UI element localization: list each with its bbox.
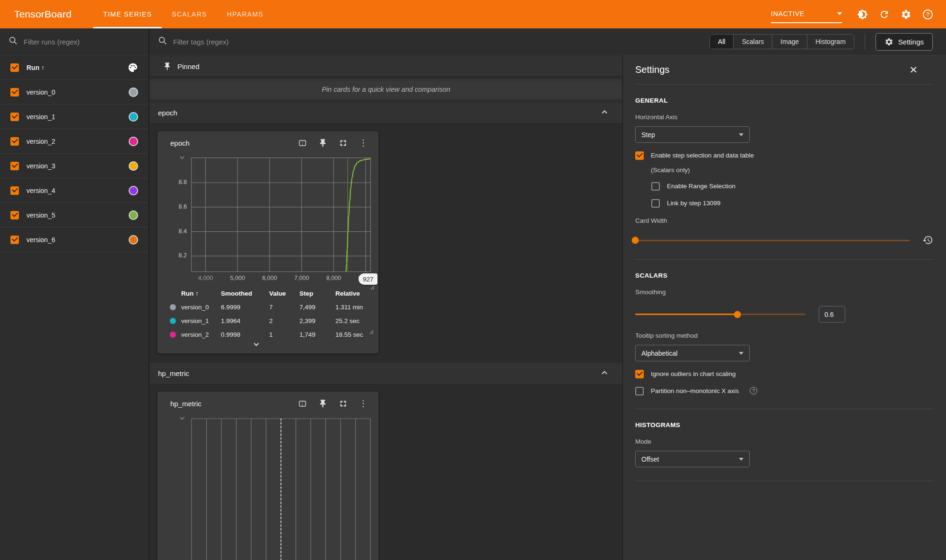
chevron-down-icon[interactable] <box>179 154 185 162</box>
epoch-chart[interactable]: 8.88.68.48.2 4,0005,0006,0007,0008,0009,… <box>158 155 378 286</box>
checkbox-unchecked[interactable] <box>651 199 660 208</box>
table-cell: version_1 <box>181 314 221 328</box>
tag-filter-all[interactable]: All <box>710 35 734 49</box>
refresh-icon[interactable] <box>878 8 890 20</box>
section-header-epoch[interactable]: epoch <box>149 102 622 124</box>
reload-status-dropdown[interactable]: INACTIVE <box>771 5 842 23</box>
select-all-runs-checkbox[interactable] <box>10 63 19 72</box>
smoothing-slider-row: 0.6 <box>635 306 934 323</box>
checkbox-checked[interactable] <box>635 151 644 160</box>
link-by-step-checkbox-row[interactable]: Link by step 13099 <box>651 199 934 208</box>
ignore-outliers-checkbox-row[interactable]: Ignore outliers in chart scaling <box>635 370 934 378</box>
smoothing-value-input[interactable]: 0.6 <box>819 306 845 323</box>
hp-metric-chart[interactable] <box>158 415 378 560</box>
tensorboard-app: TensorBoard TIME SERIES SCALARS HPARAMS … <box>0 0 946 560</box>
tab-time-series[interactable]: TIME SERIES <box>93 0 162 28</box>
help-icon[interactable]: ? <box>750 387 757 394</box>
range-selection-checkbox-row[interactable]: Enable Range Selection <box>651 182 934 191</box>
run-row-version_6[interactable]: version_6 <box>0 228 149 252</box>
fullscreen-icon[interactable] <box>338 399 348 408</box>
value-header[interactable]: Value <box>269 286 299 300</box>
run-checkbox[interactable] <box>10 211 19 219</box>
run-checkbox[interactable] <box>10 162 19 170</box>
x-tick-label: 8,000 <box>326 275 341 281</box>
histogram-mode-select[interactable]: Offset <box>635 451 750 467</box>
smoothing-slider[interactable] <box>635 314 806 315</box>
tab-hparams[interactable]: HPARAMS <box>217 0 273 28</box>
divider <box>865 33 865 50</box>
chevron-down-icon <box>739 352 744 355</box>
table-cell: 1.9964 <box>221 314 269 328</box>
tab-scalars[interactable]: SCALARS <box>162 0 217 28</box>
step-header[interactable]: Step <box>299 286 335 300</box>
filter-runs-input[interactable] <box>24 38 149 46</box>
chevron-up-icon[interactable] <box>601 108 608 118</box>
slider-thumb[interactable] <box>632 237 639 244</box>
svg-text:?: ? <box>926 11 929 18</box>
help-icon[interactable]: ? <box>921 8 934 20</box>
run-row-version_1[interactable]: version_1 <box>0 105 149 129</box>
close-icon[interactable]: ✕ <box>909 64 918 76</box>
gear-icon[interactable] <box>900 8 912 20</box>
run-row-version_3[interactable]: version_3 <box>0 154 149 178</box>
card-actions: ⋮ <box>298 138 368 148</box>
run-row-version_0[interactable]: version_0 <box>0 80 149 105</box>
run-checkbox[interactable] <box>10 137 19 146</box>
filter-tags-input[interactable] <box>173 38 315 46</box>
runs-sidebar: Run ↑ version_0version_1version_2version… <box>0 55 149 560</box>
hp-plot-svg[interactable] <box>191 418 371 560</box>
horizontal-axis-select[interactable]: Step <box>635 126 750 143</box>
expand-table-chevron-icon[interactable] <box>252 340 261 350</box>
run-color-dot <box>170 304 176 310</box>
run-checkbox[interactable] <box>10 88 19 96</box>
brightness-icon[interactable] <box>856 8 868 20</box>
chevron-up-icon[interactable] <box>601 369 608 378</box>
resize-grip-icon[interactable] <box>368 328 374 336</box>
slider-thumb[interactable] <box>734 311 741 318</box>
fullscreen-icon[interactable] <box>338 138 348 148</box>
run-name: version_5 <box>26 211 55 219</box>
section-header-hp-metric[interactable]: hp_metric <box>149 363 622 385</box>
run-color-dot <box>129 186 138 195</box>
settings-panel: Settings ✕ GENERAL Horizontal Axis Step … <box>622 55 946 560</box>
tag-filter-image[interactable]: Image <box>772 35 807 49</box>
checkbox-unchecked[interactable] <box>651 182 660 191</box>
pin-icon[interactable] <box>318 399 327 408</box>
tag-filter-scalars[interactable]: Scalars <box>734 35 772 49</box>
step-selector-fob[interactable]: 927 <box>359 273 377 285</box>
run-color-dot <box>170 318 176 324</box>
run-checkbox[interactable] <box>10 236 19 244</box>
run-column-label[interactable]: Run ↑ <box>26 64 44 71</box>
step-selection-checkbox-row[interactable]: Enable step selection and data table <box>635 151 934 160</box>
run-name: version_3 <box>26 162 55 170</box>
epoch-plot-svg[interactable] <box>191 158 371 272</box>
run-checkbox[interactable] <box>10 186 19 195</box>
run-row-version_5[interactable]: version_5 <box>0 203 149 228</box>
fit-to-data-icon[interactable] <box>298 399 307 408</box>
tag-filter-histogram[interactable]: Histogram <box>807 35 854 49</box>
more-options-icon[interactable]: ⋮ <box>359 138 368 148</box>
checkbox-unchecked[interactable] <box>635 387 644 395</box>
relative-header[interactable]: Relative <box>335 286 383 300</box>
settings-button[interactable]: Settings <box>876 33 933 51</box>
fit-to-data-icon[interactable] <box>298 138 307 148</box>
more-options-icon[interactable]: ⋮ <box>359 399 368 408</box>
reset-card-width-icon[interactable] <box>922 235 934 246</box>
tooltip-sorting-select[interactable]: Alphabetical <box>635 345 750 361</box>
pin-icon <box>163 62 172 71</box>
pin-icon[interactable] <box>318 138 327 148</box>
run-header[interactable]: Run ↑ <box>181 286 221 300</box>
partition-x-axis-checkbox-row[interactable]: Partition non–monotonic X axis ? <box>635 387 934 395</box>
checkbox-checked[interactable] <box>635 370 644 378</box>
run-row-version_4[interactable]: version_4 <box>0 178 149 203</box>
x-tick-label: 4,000 <box>198 275 213 281</box>
run-color-dot <box>129 137 138 146</box>
card-width-slider[interactable] <box>635 240 910 241</box>
smoothed-header[interactable]: Smoothed <box>221 286 269 300</box>
run-checkbox[interactable] <box>10 113 19 121</box>
palette-icon[interactable] <box>128 62 138 73</box>
run-row-version_2[interactable]: version_2 <box>0 129 149 154</box>
tag-filter-controls: AllScalarsImageHistogram Settings <box>710 33 946 51</box>
chevron-down-icon[interactable] <box>179 414 185 423</box>
chevron-down-icon <box>739 133 744 136</box>
